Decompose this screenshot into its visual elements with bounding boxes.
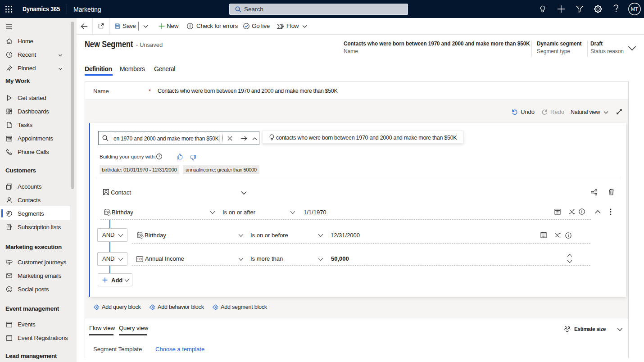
svg-text:123: 123 xyxy=(137,258,142,261)
svg-text:MT: MT xyxy=(631,6,638,12)
